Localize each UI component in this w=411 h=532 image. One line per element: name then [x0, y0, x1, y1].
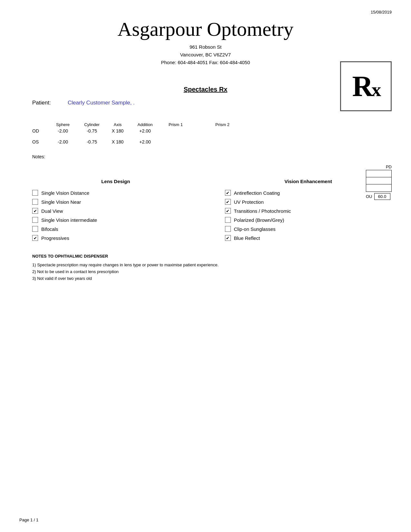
os-axis: X180	[106, 139, 129, 144]
label-transitions: Transitions / Photochromic	[234, 208, 291, 214]
checkbox-antireflection	[225, 190, 231, 196]
clinic-phone-fax: Phone: 604-484-4051 Fax: 604-484-4050	[19, 59, 392, 66]
page: 15/08/2019 Asgarpour Optometry 961 Robso…	[0, 0, 411, 532]
vision-enhancement-column: Vision Enhancement Antireflection Coatin…	[212, 179, 392, 244]
od-sphere: -2.00	[48, 128, 77, 133]
header-addition: Addition	[129, 122, 161, 127]
clinic-address-line1: 961 Robson St	[19, 43, 392, 51]
pd-header: PD	[366, 164, 392, 169]
eye-label-od: OD	[32, 128, 48, 133]
notes-label: Notes:	[32, 154, 392, 159]
dispenser-notes-heading: NOTES TO OPHTHALMIC DISPENSER	[32, 254, 392, 259]
checkbox-bifocals	[32, 226, 38, 232]
patient-name: Clearly Customer Sample, .	[68, 100, 135, 106]
label-progressives: Progressives	[41, 235, 69, 241]
page-footer: Page 1 / 1	[19, 517, 38, 522]
list-item: Single Vision Near	[32, 199, 199, 205]
label-svd: Single Vision Distance	[41, 190, 89, 196]
patient-label: Patient:	[32, 100, 58, 106]
label-bifocals: Bifocals	[41, 226, 58, 232]
pd-cell-od	[366, 170, 391, 177]
od-cylinder: -0.75	[77, 128, 106, 133]
patient-row: Patient: Clearly Customer Sample, .	[32, 100, 392, 106]
clinic-name: Asgarpour Optometry	[19, 18, 392, 41]
checkbox-transitions	[225, 208, 231, 214]
label-antireflection: Antireflection Coating	[234, 190, 280, 196]
lens-design-title: Lens Design	[32, 179, 199, 184]
pd-cells	[366, 170, 392, 192]
rx-symbol: Rx	[352, 72, 380, 101]
header-prism1: Prism 1	[161, 122, 190, 127]
rx-table-header: Sphere Cylinder Axis Addition Prism 1 Pr…	[32, 122, 392, 127]
dispenser-notes-list: 1) Spectacle prescription may require ch…	[32, 262, 392, 281]
pd-cell-divider	[366, 177, 391, 184]
eye-label-os: OS	[32, 139, 48, 144]
checkbox-svd	[32, 190, 38, 196]
dispenser-note-3: 3) Not valid if over two years old	[32, 276, 392, 281]
header-sphere: Sphere	[48, 122, 77, 127]
prescription-table: Sphere Cylinder Axis Addition Prism 1 Pr…	[32, 122, 392, 144]
pd-ou-value: 60.0	[374, 193, 390, 200]
date-label: 15/08/2019	[19, 10, 392, 15]
list-item: Transitions / Photochromic	[225, 208, 392, 214]
od-addition: +2.00	[129, 128, 161, 133]
table-row-os: OS -2.00 -0.75 X180 +2.00	[32, 139, 392, 144]
checkbox-svn	[32, 199, 38, 205]
os-sphere: -2.00	[48, 139, 77, 144]
checkbox-polarized	[225, 217, 231, 223]
list-item: Single Vision Distance	[32, 190, 199, 196]
os-addition: +2.00	[129, 139, 161, 144]
label-svi: Single Vision intermediate	[41, 217, 97, 223]
header-axis: Axis	[106, 122, 129, 127]
pd-ou-row: OU 60.0	[366, 193, 392, 200]
lens-design-column: Lens Design Single Vision Distance Singl…	[32, 179, 212, 244]
list-item: Progressives	[32, 235, 199, 241]
pd-box-area: PD OU 60.0	[366, 164, 392, 200]
rx-symbol-box: Rx	[340, 61, 392, 111]
clinic-address-line2: Vancouver, BC V6Z2V7	[19, 51, 392, 59]
checkbox-dualview	[32, 208, 38, 214]
header-prism2: Prism 2	[190, 122, 255, 127]
pd-ou-label: OU	[366, 194, 372, 199]
checkbox-bluereflect	[225, 235, 231, 241]
header-cylinder: Cylinder	[77, 122, 106, 127]
list-item: Single Vision intermediate	[32, 217, 199, 223]
list-item: Bifocals	[32, 226, 199, 232]
list-item: Clip-on Sunglasses	[225, 226, 392, 232]
dispenser-note-2: 2) Not to be used in a contact lens pres…	[32, 269, 392, 274]
checkbox-clipon	[225, 226, 231, 232]
list-item: Polarized (Brown/Grey)	[225, 217, 392, 223]
checkbox-uv	[225, 199, 231, 205]
lens-vision-section: Lens Design Single Vision Distance Singl…	[32, 179, 392, 244]
checkbox-svi	[32, 217, 38, 223]
label-polarized: Polarized (Brown/Grey)	[234, 217, 284, 223]
label-uv: UV Protection	[234, 199, 264, 205]
document-title: Spectacles Rx	[19, 86, 392, 93]
checkbox-progressives	[32, 235, 38, 241]
dispenser-note-1: 1) Spectacle prescription may require ch…	[32, 262, 392, 267]
list-item: Dual View	[32, 208, 199, 214]
pd-cell-os	[366, 184, 391, 192]
clinic-address: 961 Robson St Vancouver, BC V6Z2V7 Phone…	[19, 43, 392, 66]
table-row-od: OD -2.00 -0.75 X180 +2.00	[32, 128, 392, 133]
label-dualview: Dual View	[41, 208, 63, 214]
label-bluereflect: Blue Reflect	[234, 235, 260, 241]
os-cylinder: -0.75	[77, 139, 106, 144]
od-axis: X180	[106, 128, 129, 133]
list-item: Blue Reflect	[225, 235, 392, 241]
label-clipon: Clip-on Sunglasses	[234, 226, 276, 232]
label-svn: Single Vision Near	[41, 199, 81, 205]
